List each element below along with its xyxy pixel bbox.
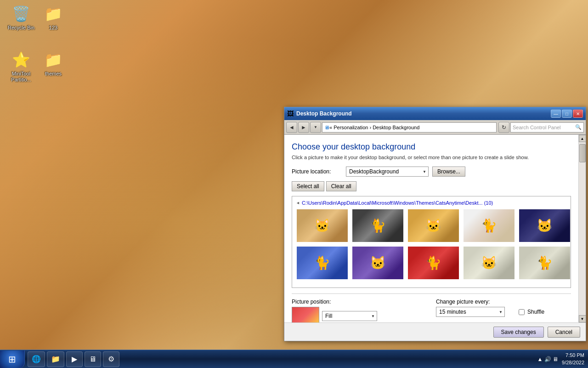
breadcrumb-icon: 🖥: [324, 125, 329, 130]
shuffle-label: Shuffle: [527, 309, 544, 315]
change-picture-dropdown[interactable]: 15 minutes: [436, 307, 505, 317]
window-content: Choose your desktop background Click a p…: [284, 135, 586, 322]
recycle-bin-icon: 🗑️: [12, 5, 30, 23]
scroll-down-arrow[interactable]: ▼: [579, 315, 586, 322]
taskbar: ⊞ 🌐 📁 ▶ 🖥 ⚙ ▲ 🔊 🖥 7:50 PM 9/28/2022: [0, 350, 588, 368]
cat-image-1: 🐱: [297, 209, 348, 242]
scroll-up-arrow[interactable]: ▲: [579, 135, 586, 142]
image-thumb-6[interactable]: 🐈: [296, 246, 349, 280]
address-bar: ◄ ► ▼ 🖥 « Personalization › Desktop Back…: [284, 120, 586, 135]
picture-position-dropdown[interactable]: Fill: [322, 311, 377, 321]
window-footer: Save changes Cancel: [284, 322, 586, 341]
scroll-track[interactable]: [579, 142, 586, 315]
page-subtitle: Click a picture to make it your desktop …: [292, 155, 571, 160]
maximize-button[interactable]: □: [562, 109, 572, 118]
picture-position-label: Picture position:: [292, 299, 427, 305]
taskbar-media-button[interactable]: ▶: [66, 351, 83, 367]
start-icon: ⊞: [8, 354, 16, 365]
image-thumb-5[interactable]: 🐱: [518, 208, 571, 243]
cat-image-4: 🐈: [464, 209, 514, 242]
back-button[interactable]: ◄: [286, 122, 297, 133]
scrollbar: ▲ ▼: [578, 135, 586, 322]
shuffle-checkbox[interactable]: [519, 309, 525, 315]
cat-image-10: 🐈: [519, 247, 570, 279]
folder-icon: 📁: [44, 5, 62, 23]
scroll-thumb[interactable]: [579, 144, 586, 162]
recent-pages-button[interactable]: ▼: [310, 122, 321, 133]
refresh-button[interactable]: ↻: [498, 122, 509, 133]
cat-image-7: 🐱: [352, 247, 403, 279]
cat-image-9: 🐱: [464, 247, 514, 279]
save-changes-button[interactable]: Save changes: [493, 327, 544, 338]
cat-image-6: 🐈: [297, 247, 348, 279]
image-thumb-2[interactable]: 🐈: [351, 208, 404, 243]
picture-location-dropdown[interactable]: DesktopBackground: [346, 167, 429, 177]
cat-image-3: 🐱: [408, 209, 459, 242]
clock-time: 7:50 PM: [562, 352, 584, 359]
desktop: 🗑️ Recycle Bin 📁 123 ⭐ MiniTool Partitio…: [0, 0, 588, 368]
search-placeholder: Search Control Panel: [513, 125, 561, 130]
preview-row: Fill: [292, 307, 427, 322]
change-picture-label: Change picture every:: [436, 299, 571, 305]
change-picture-group: Change picture every: 15 minutes Shuffle: [436, 299, 571, 322]
image-thumb-7[interactable]: 🐱: [351, 246, 404, 280]
picture-position-group: Picture position: Fill: [292, 299, 427, 322]
system-tray-icons: ▲ 🔊 🖥: [537, 356, 559, 362]
folder-header[interactable]: C:\Users\Rodin\AppData\Local\Microsoft\W…: [296, 200, 567, 206]
forward-button[interactable]: ►: [298, 122, 309, 133]
select-all-button[interactable]: Select all: [292, 181, 324, 191]
window-icon: 🖼: [287, 110, 294, 117]
minitool-label: MiniTool Partitio...: [5, 71, 38, 83]
page-title: Choose your desktop background: [292, 142, 571, 152]
search-icon: 🔍: [575, 124, 582, 130]
image-grid: 🐱 🐈 🐱 🐈 🐱: [296, 208, 567, 280]
taskbar-ie-button[interactable]: 🌐: [28, 351, 45, 367]
image-grid-container: C:\Users\Rodin\AppData\Local\Microsoft\W…: [292, 196, 571, 288]
minimize-button[interactable]: —: [551, 109, 561, 118]
clock-date: 9/28/2022: [562, 359, 584, 366]
cancel-button[interactable]: Cancel: [548, 327, 580, 338]
image-thumb-3[interactable]: 🐱: [407, 208, 460, 243]
image-thumb-1[interactable]: 🐱: [296, 208, 349, 243]
cat-image-8: 🐈: [408, 247, 459, 279]
image-thumb-10[interactable]: 🐈: [518, 246, 571, 280]
picture-location-label: Picture location:: [292, 168, 342, 175]
start-button[interactable]: ⊞: [0, 351, 25, 368]
taskbar-settings-button[interactable]: ⚙: [103, 351, 119, 367]
taskbar-network-button[interactable]: 🖥: [85, 351, 101, 367]
picture-position-value: Fill: [325, 313, 332, 319]
change-picture-row: 15 minutes Shuffle: [436, 307, 571, 317]
image-thumb-8[interactable]: 🐈: [407, 246, 460, 280]
breadcrumb[interactable]: 🖥 « Personalization › Desktop Background: [322, 122, 497, 132]
desktop-icon-minitool[interactable]: ⭐ MiniTool Partitio...: [5, 51, 38, 83]
desktop-icon-themes[interactable]: 📁 themes: [37, 51, 70, 77]
change-picture-value: 15 minutes: [439, 309, 466, 315]
themes-label: themes: [45, 71, 62, 77]
bottom-section: Picture position: Fill Change picture ev…: [292, 293, 571, 322]
cat-image-2: 🐈: [352, 209, 403, 242]
folder-123-label: 123: [49, 25, 57, 31]
shuffle-row: Shuffle: [519, 309, 544, 315]
bottom-controls-row: Picture position: Fill Change picture ev…: [292, 299, 571, 322]
main-panel: Choose your desktop background Click a p…: [284, 135, 578, 322]
clear-all-button[interactable]: Clear all: [326, 181, 356, 191]
minitool-icon: ⭐: [12, 51, 30, 69]
desktop-icon-123[interactable]: 📁 123: [37, 5, 70, 31]
browse-button[interactable]: Browse...: [432, 167, 465, 177]
breadcrumb-text: « Personalization › Desktop Background: [329, 125, 419, 130]
title-bar: 🖼 Desktop Background — □ ✕: [284, 107, 586, 120]
taskbar-explorer-button[interactable]: 📁: [47, 351, 64, 367]
preview-thumbnail: [292, 307, 319, 322]
desktop-icon-recycle-bin[interactable]: 🗑️ Recycle Bin: [5, 5, 38, 31]
close-button[interactable]: ✕: [573, 109, 583, 118]
recycle-bin-label: Recycle Bin: [8, 25, 34, 31]
image-thumb-4[interactable]: 🐈: [463, 208, 515, 243]
clock[interactable]: 7:50 PM 9/28/2022: [562, 352, 584, 366]
action-buttons: Select all Clear all: [292, 181, 571, 191]
search-box[interactable]: Search Control Panel 🔍: [510, 122, 584, 132]
image-thumb-9[interactable]: 🐱: [463, 246, 515, 280]
window-title: Desktop Background: [296, 110, 550, 117]
taskbar-right: ▲ 🔊 🖥 7:50 PM 9/28/2022: [537, 352, 588, 366]
folder-path: C:\Users\Rodin\AppData\Local\Microsoft\W…: [302, 200, 493, 206]
themes-folder-icon: 📁: [44, 51, 62, 69]
